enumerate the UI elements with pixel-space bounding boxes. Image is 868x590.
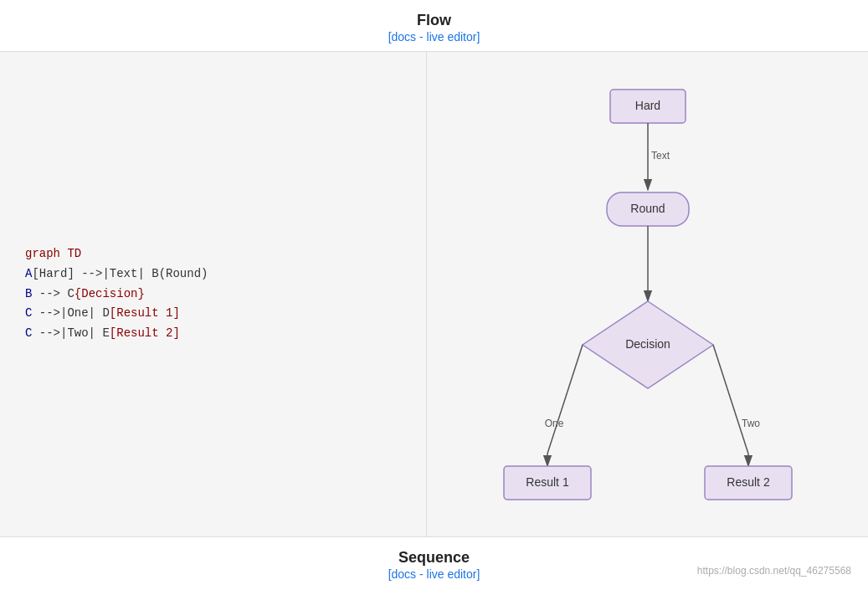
code-text-4: -->|Two| E xyxy=(32,326,109,340)
sequence-docs-link[interactable]: [docs - live editor] xyxy=(388,567,480,581)
code-line-1: graph TD xyxy=(25,244,208,264)
code-text-1: [Hard] -->|Text| B(Round) xyxy=(32,267,208,280)
result1-label: Result 1 xyxy=(526,475,569,488)
code-text-3: -->|One| D xyxy=(32,306,109,320)
two-label: Two xyxy=(741,418,759,429)
flow-title: Flow xyxy=(0,12,868,29)
arrow-decision-result2-seg1 xyxy=(713,345,748,454)
code-block: graph TD A[Hard] -->|Text| B(Round) B --… xyxy=(25,244,208,344)
one-label: One xyxy=(544,418,563,429)
code-line-5: C -->|Two| E[Result 2] xyxy=(25,324,208,344)
sequence-title: Sequence xyxy=(0,549,868,567)
round-label: Round xyxy=(630,201,665,214)
result2-label: Result 2 xyxy=(727,475,770,488)
code-text-2: --> C xyxy=(32,287,74,300)
flowchart: Hard Text Round Decision One xyxy=(447,69,849,521)
sequence-footer: Sequence [docs - live editor] https://bl… xyxy=(0,537,868,588)
flowchart-svg: Hard Text Round Decision One xyxy=(447,69,849,521)
code-line-2: A[Hard] -->|Text| B(Round) xyxy=(25,264,208,285)
arrow-decision-result1-seg1 xyxy=(547,345,583,454)
flow-docs-link[interactable]: [docs - live editor] xyxy=(388,30,480,44)
code-keyword-1: graph TD xyxy=(25,247,81,260)
decision-label: Decision xyxy=(625,336,670,350)
code-bracket-1: {Decision} xyxy=(74,287,145,300)
code-line-3: B --> C{Decision} xyxy=(25,285,208,305)
hard-label: Hard xyxy=(634,98,660,111)
code-panel: graph TD A[Hard] -->|Text| B(Round) B --… xyxy=(0,52,427,536)
code-line-4: C -->|One| D[Result 1] xyxy=(25,304,208,324)
diagram-panel: Hard Text Round Decision One xyxy=(427,52,868,536)
code-bracket-2: [Result 1] xyxy=(110,306,180,320)
flow-header: Flow [docs - live editor] xyxy=(0,0,868,52)
main-content: graph TD A[Hard] -->|Text| B(Round) B --… xyxy=(0,52,868,537)
text-label: Text xyxy=(650,150,670,162)
footer-url: https://blog.csdn.net/qq_46275568 xyxy=(697,565,851,577)
code-bracket-3: [Result 2] xyxy=(110,326,180,340)
